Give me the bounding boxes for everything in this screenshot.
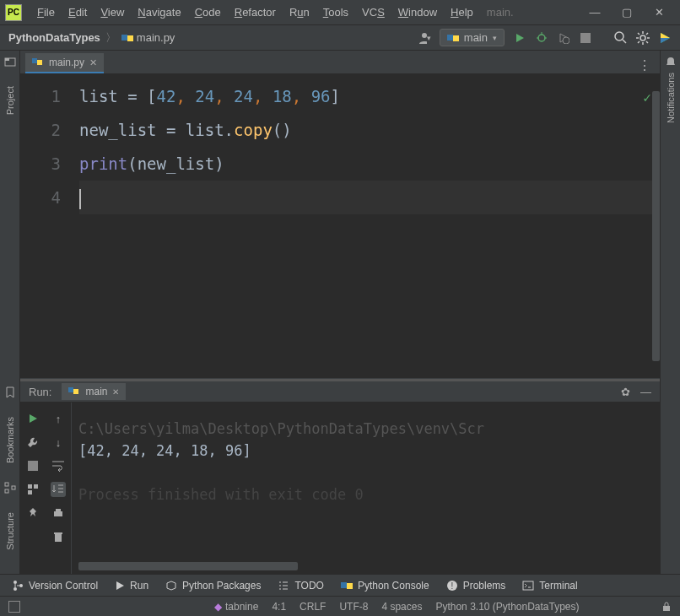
- play-color-icon[interactable]: [658, 31, 672, 45]
- up-arrow-icon[interactable]: ↑: [51, 411, 66, 426]
- tabnine-status[interactable]: ◆tabnine: [214, 601, 258, 613]
- svg-rect-10: [580, 33, 591, 43]
- status-box-icon[interactable]: [8, 601, 20, 613]
- menu-edit[interactable]: Edit: [62, 6, 94, 19]
- wrap-icon[interactable]: [51, 458, 66, 473]
- run-panel: Run: main ✕ ✿ —: [20, 378, 660, 574]
- menu-tools[interactable]: Tools: [316, 6, 355, 19]
- svg-point-5: [538, 35, 545, 41]
- user-icon[interactable]: ▾: [418, 31, 431, 45]
- bookmark-icon[interactable]: [4, 386, 16, 398]
- editor-scrollbar[interactable]: [652, 91, 660, 361]
- structure-icon[interactable]: [4, 482, 16, 494]
- svg-rect-25: [5, 489, 8, 493]
- console-scrollbar[interactable]: [78, 562, 298, 570]
- run-tab-label: main: [85, 386, 107, 397]
- lock-icon[interactable]: [661, 602, 672, 612]
- code-editor[interactable]: 1 2 3 4 ✓ list = [42, 24, 24, 18, 96] ne…: [20, 74, 660, 378]
- menu-refactor[interactable]: Refactor: [228, 6, 283, 19]
- breadcrumb-file[interactable]: main.py: [121, 31, 175, 44]
- svg-rect-34: [28, 490, 32, 494]
- run-side-toolbar-1: [20, 403, 46, 574]
- menu-help[interactable]: Help: [444, 6, 480, 19]
- project-icon[interactable]: [4, 56, 16, 68]
- tab-close-icon[interactable]: ✕: [89, 57, 97, 68]
- wrench-icon[interactable]: [25, 435, 40, 450]
- scroll-end-icon[interactable]: [51, 482, 66, 497]
- run-icon[interactable]: [513, 31, 526, 45]
- breadcrumb-project[interactable]: PythonDataTypes: [8, 31, 100, 44]
- menu-code[interactable]: Code: [188, 6, 228, 19]
- svg-rect-43: [347, 583, 353, 589]
- bell-icon[interactable]: [665, 56, 677, 68]
- layout-icon[interactable]: [25, 482, 40, 497]
- menu-navigate[interactable]: Navigate: [131, 6, 187, 19]
- menu-view[interactable]: View: [94, 6, 131, 19]
- left-tool-gutter: Project Bookmarks Structure: [0, 51, 20, 574]
- minimize-button[interactable]: —: [589, 6, 601, 19]
- console-output[interactable]: C:\Users\yilma\Desktop\PythonDataTypes\v…: [71, 403, 660, 574]
- svg-rect-30: [73, 389, 78, 394]
- svg-rect-47: [663, 606, 670, 611]
- trash-icon[interactable]: [51, 529, 66, 544]
- version-control-tool[interactable]: Version Control: [12, 580, 98, 592]
- run-tab-close-icon[interactable]: ✕: [112, 387, 119, 397]
- tab-more-icon[interactable]: ⋮: [629, 57, 660, 73]
- inspection-check-icon[interactable]: ✓: [643, 81, 651, 115]
- stop-run-icon[interactable]: [25, 458, 40, 473]
- caret: [79, 189, 81, 209]
- svg-rect-23: [5, 58, 9, 61]
- problems-tool[interactable]: !Problems: [446, 580, 506, 592]
- settings-icon[interactable]: [636, 31, 650, 45]
- interpreter[interactable]: Python 3.10 (PythonDataTypes): [435, 601, 579, 613]
- run-config-dropdown[interactable]: main ▾: [440, 29, 505, 46]
- code-line-1[interactable]: list = [42, 24, 24, 18, 96]: [79, 79, 660, 113]
- menu-run[interactable]: Run: [283, 6, 316, 19]
- code-line-4[interactable]: [79, 181, 660, 214]
- editor-tab-main[interactable]: main.py ✕: [25, 53, 104, 73]
- run-hide-icon[interactable]: —: [640, 386, 651, 398]
- console-line-output: [42, 24, 24, 18, 96]: [78, 440, 653, 462]
- console-line-exit: Process finished with exit code 0: [78, 484, 653, 505]
- menu-file[interactable]: File: [30, 6, 62, 19]
- run-tool[interactable]: Run: [115, 580, 148, 592]
- svg-point-40: [13, 587, 17, 591]
- run-tab-main[interactable]: main ✕: [62, 383, 126, 400]
- down-arrow-icon[interactable]: ↓: [51, 435, 66, 450]
- menu-window[interactable]: Window: [391, 6, 444, 19]
- editor-tab-label: main.py: [49, 57, 84, 68]
- line-separator[interactable]: CRLF: [300, 601, 326, 613]
- editor-tabs: main.py ✕ ⋮: [20, 51, 660, 74]
- close-button[interactable]: ✕: [653, 6, 665, 19]
- python-icon: [447, 32, 459, 44]
- packages-tool[interactable]: Python Packages: [165, 580, 261, 592]
- svg-point-9: [563, 37, 569, 44]
- indent[interactable]: 4 spaces: [381, 601, 422, 613]
- encoding[interactable]: UTF-8: [339, 601, 368, 613]
- python-file-icon: [121, 32, 133, 44]
- run-settings-icon[interactable]: ✿: [621, 386, 630, 398]
- menu-vcs[interactable]: VCS: [355, 6, 391, 19]
- print-icon[interactable]: [51, 505, 66, 521]
- cursor-position[interactable]: 4:1: [272, 601, 286, 613]
- project-tool[interactable]: Project: [5, 86, 15, 115]
- stop-icon[interactable]: [579, 31, 592, 45]
- svg-rect-1: [127, 35, 133, 41]
- svg-rect-3: [447, 35, 453, 41]
- debug-icon[interactable]: [535, 31, 548, 45]
- bookmarks-tool[interactable]: Bookmarks: [5, 417, 15, 463]
- code-line-2[interactable]: new_list = list.copy(): [79, 113, 660, 147]
- terminal-tool[interactable]: Terminal: [522, 580, 577, 592]
- code-line-3[interactable]: print(new_list): [79, 147, 660, 181]
- python-console-tool[interactable]: Python Console: [341, 580, 429, 592]
- pycharm-logo-icon: PC: [5, 4, 22, 21]
- search-icon[interactable]: [614, 31, 628, 45]
- notifications-tool[interactable]: Notifications: [666, 73, 676, 123]
- coverage-icon[interactable]: [557, 31, 570, 45]
- pin-icon[interactable]: [25, 505, 40, 521]
- rerun-icon[interactable]: [25, 411, 40, 426]
- todo-tool[interactable]: TODO: [278, 580, 323, 592]
- structure-tool[interactable]: Structure: [5, 512, 15, 550]
- maximize-button[interactable]: ▢: [621, 6, 633, 19]
- navbar: PythonDataTypes 〉 main.py ▾ main ▾: [0, 25, 680, 51]
